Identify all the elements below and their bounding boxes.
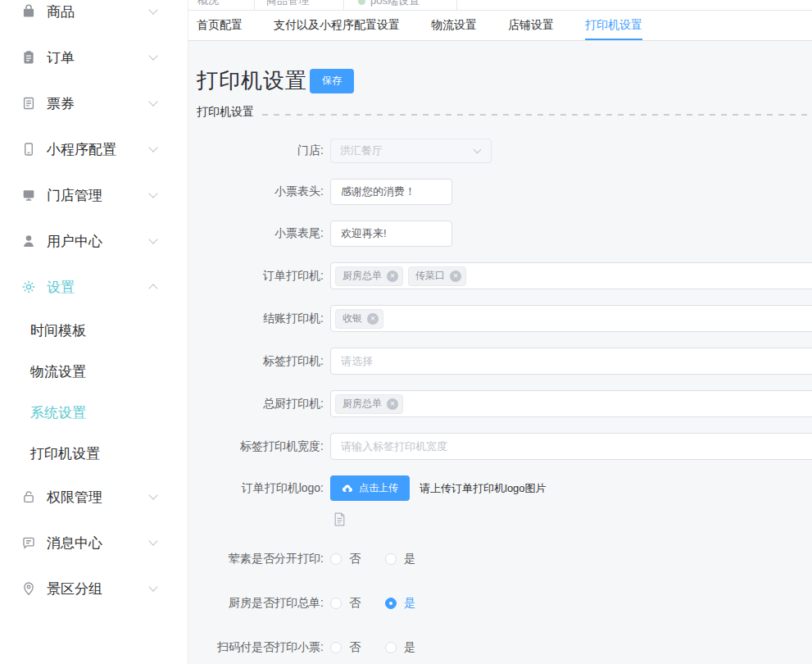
sidebar-item-label: 消息中心 bbox=[47, 534, 102, 553]
printer-settings-form: 门店: 洪汇餐厅 小票表头: 小票表尾: 订单打印机: 厨房总单× 传菜口× 结… bbox=[188, 139, 812, 655]
user-icon bbox=[21, 234, 36, 248]
chevron-down-icon bbox=[148, 536, 157, 545]
sidebar-item-tickets[interactable]: 票券 bbox=[0, 80, 188, 126]
close-icon[interactable]: × bbox=[450, 271, 461, 282]
checkout-printers-label: 结账打印机: bbox=[197, 312, 324, 326]
form-row-checkout-printers: 结账打印机: 收银× bbox=[188, 305, 812, 332]
radio-no[interactable] bbox=[330, 642, 342, 653]
printer-tag: 收银× bbox=[335, 309, 383, 329]
sidebar-subitem-system-settings[interactable]: 系统设置 bbox=[0, 392, 188, 433]
clipboard-icon bbox=[21, 50, 36, 65]
upload-button[interactable]: 点击上传 bbox=[330, 475, 410, 501]
store-select-value: 洪汇餐厅 bbox=[340, 143, 383, 158]
chevron-up-icon bbox=[148, 284, 157, 293]
receipt-footer-label: 小票表尾: bbox=[197, 226, 324, 241]
store-select[interactable]: 洪汇餐厅 bbox=[330, 139, 492, 163]
tab-payment-miniprogram-config[interactable]: 支付以及小程序配置设置 bbox=[274, 11, 400, 40]
receipt-footer-input[interactable] bbox=[330, 221, 452, 247]
sidebar-item-settings[interactable]: 设置 bbox=[0, 264, 188, 310]
top-tab-goods-management[interactable]: 商品管理 bbox=[255, 0, 344, 11]
form-row-order-printers: 订单打印机: 厨房总单× 传菜口× bbox=[188, 262, 812, 289]
main-content: 概况 商品管理 pos端设置 首页配置 支付以及小程序配置设置 物流设置 店铺设… bbox=[188, 0, 812, 664]
sidebar-item-label: 票券 bbox=[47, 94, 75, 113]
ticket-icon bbox=[21, 96, 36, 111]
chevron-down-icon bbox=[148, 234, 157, 243]
sidebar-item-message-center[interactable]: 消息中心 bbox=[0, 520, 188, 566]
radio-no[interactable] bbox=[330, 598, 342, 609]
section-title: 打印机设置 bbox=[197, 105, 254, 121]
sidebar-subitem-printer-settings[interactable]: 打印机设置 bbox=[0, 433, 188, 474]
printer-tag: 厨房总单× bbox=[335, 394, 403, 414]
upload-hint: 请上传订单打印机logo图片 bbox=[420, 481, 547, 496]
sidebar-item-goods[interactable]: 商品 bbox=[0, 0, 188, 34]
sidebar-item-label: 小程序配置 bbox=[47, 140, 116, 159]
sidebar-item-miniprogram-config[interactable]: 小程序配置 bbox=[0, 126, 188, 172]
scan-pay-print-label: 扫码付是否打印小票: bbox=[197, 640, 324, 655]
chef-printers-label: 总厨打印机: bbox=[197, 397, 324, 412]
sidebar-item-label: 用户中心 bbox=[47, 232, 102, 251]
chevron-down-icon bbox=[474, 146, 482, 154]
sidebar-item-permissions[interactable]: 权限管理 bbox=[0, 474, 188, 520]
form-row-separate-print: 荤素是否分开打印: 否 是 bbox=[188, 552, 812, 566]
form-row-store: 门店: 洪汇餐厅 bbox=[188, 139, 812, 163]
chevron-down-icon bbox=[148, 97, 157, 106]
order-printers-multiselect[interactable]: 厨房总单× 传菜口× bbox=[330, 262, 812, 289]
checkout-printers-multiselect[interactable]: 收银× bbox=[330, 305, 812, 332]
form-row-logo-upload: 订单打印机logo: 点击上传 请上传订单打印机logo图片 bbox=[188, 475, 812, 501]
form-row-label-printers: 标签打印机: 请选择 bbox=[188, 348, 812, 375]
label-printer-width-input[interactable] bbox=[330, 433, 812, 460]
store-icon bbox=[21, 188, 36, 202]
tab-shop-settings[interactable]: 店铺设置 bbox=[508, 11, 554, 40]
form-row-label-printer-width: 标签打印机宽度: bbox=[188, 433, 812, 460]
sidebar-item-orders[interactable]: 订单 bbox=[0, 34, 188, 80]
top-tab-overview[interactable]: 概况 bbox=[188, 0, 255, 11]
message-icon bbox=[21, 535, 36, 550]
settings-tab-bar: 首页配置 支付以及小程序配置设置 物流设置 店铺设置 打印机设置 bbox=[188, 11, 812, 41]
tab-home-config[interactable]: 首页配置 bbox=[197, 11, 243, 40]
form-row-kitchen-total-print: 厨房是否打印总单: 否 是 bbox=[188, 596, 812, 611]
label-printer-width-label: 标签打印机宽度: bbox=[197, 439, 324, 454]
lock-icon bbox=[21, 489, 36, 504]
printer-tag: 传菜口× bbox=[408, 266, 466, 286]
document-icon[interactable] bbox=[333, 512, 346, 526]
receipt-header-label: 小票表头: bbox=[197, 184, 324, 199]
label-printers-multiselect[interactable]: 请选择 bbox=[330, 348, 812, 375]
kitchen-total-print-label: 厨房是否打印总单: bbox=[197, 596, 324, 611]
placeholder-text: 请选择 bbox=[335, 354, 373, 369]
sidebar-subitem-time-template[interactable]: 时间模板 bbox=[0, 310, 188, 351]
printer-tag: 厨房总单× bbox=[335, 266, 403, 286]
radio-yes[interactable] bbox=[385, 553, 397, 565]
green-dot-icon bbox=[358, 0, 365, 5]
close-icon[interactable]: × bbox=[367, 313, 379, 325]
chevron-down-icon bbox=[148, 582, 157, 591]
uploaded-file-row bbox=[188, 512, 812, 527]
order-printers-label: 订单打印机: bbox=[197, 269, 324, 284]
receipt-header-input[interactable] bbox=[330, 179, 452, 205]
tab-logistics-settings[interactable]: 物流设置 bbox=[431, 11, 477, 40]
top-tab-bar: 概况 商品管理 pos端设置 bbox=[188, 0, 812, 11]
sidebar-item-label: 商品 bbox=[47, 2, 75, 21]
top-tab-pos-settings[interactable]: pos端设置 bbox=[344, 0, 457, 11]
form-row-receipt-header: 小票表头: bbox=[188, 179, 812, 205]
form-row-chef-printers: 总厨打印机: 厨房总单× bbox=[188, 390, 812, 417]
sidebar-subitem-logistics-settings[interactable]: 物流设置 bbox=[0, 351, 188, 392]
form-row-scan-pay-print: 扫码付是否打印小票: 否 是 bbox=[188, 640, 812, 655]
radio-yes[interactable] bbox=[385, 642, 397, 653]
save-button[interactable]: 保存 bbox=[310, 69, 354, 93]
label-printers-label: 标签打印机: bbox=[197, 354, 324, 369]
cloud-upload-icon bbox=[342, 483, 353, 494]
tab-printer-settings[interactable]: 打印机设置 bbox=[585, 11, 642, 40]
radio-yes-checked[interactable] bbox=[385, 598, 397, 609]
store-label: 门店: bbox=[197, 143, 324, 158]
form-row-receipt-footer: 小票表尾: bbox=[188, 221, 812, 247]
close-icon[interactable]: × bbox=[387, 398, 398, 410]
sidebar-item-scenic-groups[interactable]: 景区分组 bbox=[0, 566, 188, 612]
sidebar: 商品 订单 票券 小程序配置 门店管理 用户中心 bbox=[0, 0, 188, 664]
gear-icon bbox=[21, 280, 36, 294]
close-icon[interactable]: × bbox=[387, 271, 398, 282]
sidebar-item-user-center[interactable]: 用户中心 bbox=[0, 218, 188, 264]
chef-printers-multiselect[interactable]: 厨房总单× bbox=[330, 390, 812, 417]
radio-no[interactable] bbox=[330, 553, 342, 565]
separate-print-label: 荤素是否分开打印: bbox=[197, 552, 324, 566]
sidebar-item-store-management[interactable]: 门店管理 bbox=[0, 172, 188, 218]
